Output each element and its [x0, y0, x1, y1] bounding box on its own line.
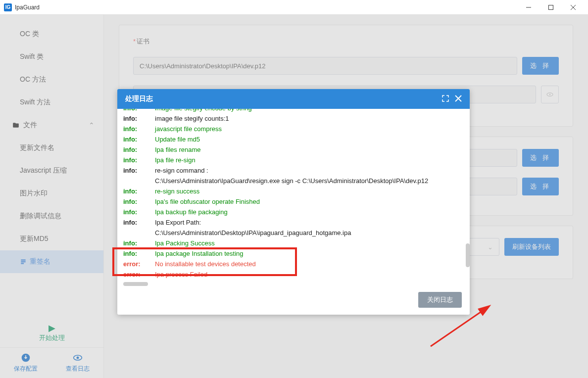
view-log-button[interactable]: 查看日志	[52, 348, 104, 378]
chevron-up-icon: ⌃	[89, 121, 95, 129]
log-level: info:	[123, 238, 155, 248]
log-message: re-sign command :	[155, 165, 464, 176]
log-level: info:	[123, 134, 155, 144]
sidebar-item-label: 重签名	[30, 257, 50, 266]
log-row: info:Ipa file re-sign	[123, 155, 464, 165]
sidebar-item-label: 更新文件名	[20, 143, 54, 152]
close-log-button[interactable]: 关闭日志	[418, 292, 462, 308]
sidebar-item-watermark[interactable]: 图片水印	[0, 182, 103, 205]
sidebar-item-label: Swift 类	[20, 52, 44, 61]
log-level: info:	[123, 196, 155, 207]
log-level	[123, 228, 155, 238]
log-level: info:	[123, 248, 155, 259]
log-level: info:	[123, 109, 155, 113]
log-level: error:	[123, 269, 155, 280]
cert-select-button[interactable]: 选 择	[522, 57, 559, 75]
log-level: error:	[123, 259, 155, 269]
close-button[interactable]	[562, 0, 584, 15]
folder-icon	[12, 122, 19, 129]
eye-icon	[73, 353, 83, 363]
minimize-button[interactable]	[517, 0, 539, 15]
refresh-device-button[interactable]: 刷新设备列表	[504, 238, 559, 256]
profile-select-button-1[interactable]: 选 择	[522, 149, 559, 167]
log-level: info:	[123, 144, 155, 155]
svg-rect-1	[548, 5, 553, 9]
log-message: image file stegify counts:1	[155, 113, 464, 124]
log-row: info:Ipa package Installation testing	[123, 248, 464, 259]
log-message: C:\Users\Administrator\IpaGuard\resign.e…	[155, 176, 464, 186]
sidebar: OC 类 Swift 类 OC 方法 Swift 方法 文件 ⌃ 更新文件名 J…	[0, 15, 104, 378]
sidebar-section-file[interactable]: 文件 ⌃	[0, 114, 103, 137]
view-log-label: 查看日志	[66, 365, 90, 372]
start-process-button[interactable]: ▶ 开始处理	[0, 318, 103, 347]
log-message: Ipa Export Path:	[155, 217, 464, 228]
sidebar-item-label: Javascript 压缩	[20, 166, 67, 175]
log-row: C:\Users\Administrator\IpaGuard\resign.e…	[123, 176, 464, 186]
sidebar-item-debug-remove[interactable]: 删除调试信息	[0, 205, 103, 228]
log-row: info:Ipa Export Path:	[123, 217, 464, 228]
dialog-title: 处理日志	[125, 94, 153, 103]
log-level: info:	[123, 155, 155, 165]
dialog-close-icon[interactable]	[455, 95, 462, 103]
fullscreen-icon[interactable]	[442, 95, 449, 103]
vertical-scrollbar[interactable]	[466, 243, 470, 267]
log-row: info:Update file md5	[123, 134, 464, 144]
sidebar-item-label: OC 方法	[20, 75, 46, 84]
log-level	[123, 176, 155, 186]
cert-label: *证书	[133, 37, 168, 46]
sidebar-item-js-compress[interactable]: Javascript 压缩	[0, 159, 103, 182]
sidebar-item-md5[interactable]: 更新MD5	[0, 228, 103, 250]
sidebar-item-label: 删除调试信息	[20, 212, 61, 221]
log-row: info:re-sign command :	[123, 165, 464, 176]
start-label: 开始处理	[0, 333, 103, 342]
sidebar-item-swift-class[interactable]: Swift 类	[0, 46, 103, 68]
sidebar-item-oc-method[interactable]: OC 方法	[0, 68, 103, 91]
toggle-password-button[interactable]	[541, 86, 559, 103]
sidebar-item-oc-class[interactable]: OC 类	[0, 23, 103, 46]
log-message: Ipa's file obfuscator operate Finished	[155, 196, 464, 207]
log-row: info:Ipa backup file packaging	[123, 207, 464, 217]
save-config-button[interactable]: 保存配置	[0, 348, 52, 378]
log-dialog: 处理日志 info:image file stegify encode by s…	[117, 89, 470, 315]
log-message: —————————2023-08-24 16:59:02.289 Thu Aug…	[155, 280, 464, 282]
log-level: info:	[123, 217, 155, 228]
maximize-button[interactable]	[539, 0, 562, 15]
sidebar-item-label: 更新MD5	[20, 235, 49, 243]
sidebar-item-swift-method[interactable]: Swift 方法	[0, 91, 103, 114]
dialog-body: info:image file stegify encode by string…	[117, 109, 470, 287]
log-row: error:No installable test devices detect…	[123, 259, 464, 269]
log-row: C:\Users\Administrator\Desktop\IPA\ipagu…	[123, 228, 464, 238]
sidebar-item-label: Swift 方法	[20, 98, 50, 107]
log-row: error:Ipa process Failed	[123, 269, 464, 280]
log-level: info:	[123, 207, 155, 217]
cert-row: *证书	[133, 37, 559, 46]
log-message: C:\Users\Administrator\Desktop\IPA\ipagu…	[155, 228, 464, 238]
log-row: info:re-sign success	[123, 186, 464, 196]
log-row: info:javascript file compress	[123, 124, 464, 134]
log-message: Ipa backup file packaging	[155, 207, 464, 217]
svg-point-6	[76, 357, 79, 359]
svg-point-8	[549, 94, 551, 95]
download-icon	[21, 353, 31, 363]
play-icon: ▶	[0, 323, 103, 333]
sidebar-section-label: 文件	[23, 121, 37, 130]
log-row: info:image file stegify counts:1	[123, 113, 464, 124]
cert-input[interactable]	[133, 57, 517, 75]
sidebar-item-resign[interactable]: 重签名	[0, 250, 103, 273]
horizontal-scrollbar[interactable]	[123, 282, 148, 286]
sidebar-item-rename[interactable]: 更新文件名	[0, 137, 103, 159]
dialog-header[interactable]: 处理日志	[117, 89, 470, 109]
app-logo: IG	[4, 3, 12, 11]
sidebar-item-label: 图片水印	[20, 189, 48, 198]
save-config-label: 保存配置	[14, 365, 38, 372]
profile-select-button-2[interactable]: 选 择	[522, 178, 559, 195]
log-row: info:Ipa files rename	[123, 144, 464, 155]
log-level: info:	[123, 113, 155, 124]
sidebar-item-label: OC 类	[20, 30, 39, 39]
log-area[interactable]: info:image file stegify encode by string…	[123, 109, 464, 282]
dialog-footer: 关闭日志	[117, 287, 470, 315]
log-message: image file stegify encode by string	[155, 109, 464, 113]
log-row: info:Ipa's file obfuscator operate Finis…	[123, 196, 464, 207]
log-message: Ipa files rename	[155, 144, 464, 155]
log-message: Ipa Packing Success	[155, 238, 464, 248]
